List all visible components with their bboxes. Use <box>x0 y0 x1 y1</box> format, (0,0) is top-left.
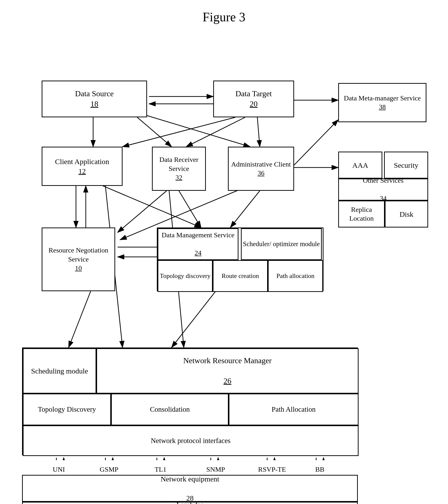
aaa-box: AAA <box>338 152 382 179</box>
security-box: Security <box>384 152 428 179</box>
svg-line-6 <box>186 117 245 147</box>
path-allocation-outer-box: Path Allocation <box>229 394 358 425</box>
admin-client-label: Administrative Client <box>231 160 291 169</box>
scheduler-optimizer-box: Scheduler/ optimizer module <box>241 228 322 260</box>
data-meta-manager-num: 38 <box>379 103 386 111</box>
bb-label: BB <box>309 460 331 475</box>
nrm-title-box: Network Resource Manager 26 <box>96 348 358 394</box>
nrm-group: Scheduling module Network Resource Manag… <box>22 347 358 455</box>
replica-location-label: Replica Location <box>339 205 384 223</box>
svg-line-11 <box>294 120 338 165</box>
nrm-label: Network Resource Manager <box>183 356 272 366</box>
client-application-box: Client Application 12 <box>42 147 123 186</box>
svg-line-5 <box>123 117 235 147</box>
disk-label: Disk <box>399 209 413 219</box>
network-protocol-box: Network protocol interfaces <box>23 425 358 456</box>
svg-line-8 <box>137 117 171 147</box>
scheduling-module-label: Scheduling module <box>31 366 88 376</box>
data-target-num: 20 <box>250 99 258 109</box>
admin-client-num: 36 <box>258 169 264 177</box>
data-receiver-label: Data Receiver Service <box>153 155 205 173</box>
svg-line-18 <box>230 191 260 228</box>
gsmp-label: GSMP <box>93 460 125 475</box>
lambdas-label: Lambdas <box>176 500 204 504</box>
topology-discovery-outer-label: Topology Discovery <box>38 405 96 414</box>
resource-negotiation-box: Resource Negotiation Service 10 <box>42 228 115 291</box>
svg-line-22 <box>69 291 91 347</box>
scheduler-optimizer-label: Scheduler/ optimizer module <box>243 240 319 248</box>
aaa-label: AAA <box>353 161 368 170</box>
svg-line-23 <box>171 291 216 347</box>
resource-negotiation-num: 10 <box>75 264 82 272</box>
topology-discovery-inner-label: Topology discovery <box>160 272 210 280</box>
nrm-num: 26 <box>224 376 231 386</box>
lambdas-box: Lambdas 30 <box>22 502 358 504</box>
page-title: Figure 3 <box>0 0 448 29</box>
route-creation-box: Route creation <box>213 260 268 292</box>
network-protocol-label: Network protocol interfaces <box>151 436 230 446</box>
other-services-box: Other Services 34 <box>338 179 428 200</box>
path-allocation-inner-label: Path allocation <box>277 272 315 280</box>
data-management-box: Data Management Service 24 <box>158 228 239 260</box>
data-management-label: Data Management Service <box>162 231 235 239</box>
snmp-label: SNMP <box>201 460 230 475</box>
security-label: Security <box>394 161 418 170</box>
data-receiver-num: 32 <box>175 174 182 181</box>
topology-discovery-inner-box: Topology discovery <box>158 260 213 292</box>
scheduling-module-box: Scheduling module <box>23 348 96 394</box>
consolidation-label: Consolidation <box>150 405 190 414</box>
topology-discovery-outer-box: Topology Discovery <box>23 394 111 425</box>
data-source-num: 18 <box>91 99 98 109</box>
data-receiver-box: Data Receiver Service 32 <box>152 147 206 191</box>
data-meta-manager-box: Data Meta-manager Service 38 <box>338 83 427 122</box>
data-source-box: Data Source 18 <box>42 81 147 117</box>
data-management-group: Data Management Service 24 Scheduler/ op… <box>157 228 323 291</box>
uni-label: UNI <box>45 460 72 475</box>
path-allocation-inner-box: Path allocation <box>268 260 323 292</box>
client-application-label: Client Application <box>55 157 109 166</box>
rsvpte-label: RSVP-TE <box>254 460 290 475</box>
data-target-box: Data Target 20 <box>213 81 294 117</box>
svg-line-15 <box>103 186 201 228</box>
svg-line-17 <box>118 191 167 233</box>
svg-line-16 <box>179 191 201 228</box>
tl1-label: TL1 <box>147 460 174 475</box>
data-meta-manager-label: Data Meta-manager Service <box>344 94 421 103</box>
data-source-label: Data Source <box>75 89 113 99</box>
route-creation-label: Route creation <box>222 272 259 280</box>
network-equipment-label: Network equipment <box>161 474 219 484</box>
path-allocation-outer-label: Path Allocation <box>272 405 316 414</box>
replica-location-box: Replica Location <box>338 200 385 228</box>
consolidation-box: Consolidation <box>111 394 229 425</box>
network-equipment-box: Network equipment 28 <box>22 475 358 502</box>
disk-box: Disk <box>385 200 428 228</box>
admin-client-box: Administrative Client 36 <box>228 147 294 191</box>
svg-line-9 <box>145 115 250 147</box>
svg-line-7 <box>257 117 260 147</box>
data-management-num: 24 <box>195 249 202 257</box>
resource-negotiation-label: Resource Negotiation Service <box>42 246 114 264</box>
other-services-label: Other Services <box>363 176 404 185</box>
data-target-label: Data Target <box>236 89 272 99</box>
client-application-num: 12 <box>78 167 86 175</box>
